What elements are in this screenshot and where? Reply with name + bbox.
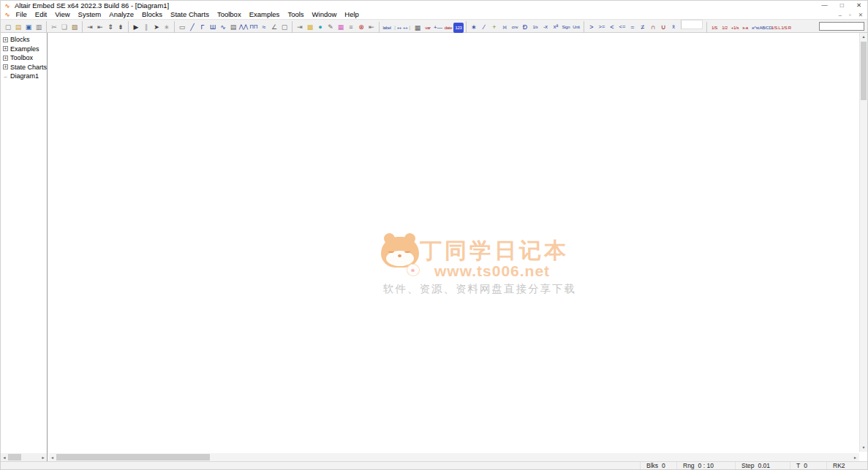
sidebar-item-state-charts[interactable]: +State Charts: [1, 63, 47, 72]
square-wave-block-button[interactable]: ПП: [249, 22, 259, 32]
sum-block-button[interactable]: +: [489, 22, 499, 32]
scrollbar-thumb[interactable]: [56, 454, 210, 460]
not-button[interactable]: x̄: [668, 22, 679, 32]
or-button[interactable]: ∪: [658, 22, 668, 32]
child-restore-button[interactable]: ▫: [849, 10, 851, 20]
scroll-left-icon[interactable]: ◄: [48, 455, 56, 460]
canvas-vertical-scrollbar[interactable]: ▲ ▼: [859, 33, 867, 452]
menu-file[interactable]: File: [12, 10, 31, 19]
dialog-table-button[interactable]: ▦: [412, 23, 423, 33]
scrollbar-track[interactable]: [56, 453, 851, 461]
scroll-up-icon[interactable]: ▲: [860, 33, 867, 41]
menu-toolbox[interactable]: Toolbox: [213, 10, 245, 19]
wire-node-button[interactable]: ●: [315, 22, 325, 32]
maximize-button[interactable]: □: [840, 1, 844, 10]
reciprocal-block-button[interactable]: 1/x: [530, 22, 540, 32]
scroll-down-icon[interactable]: ▼: [860, 444, 867, 452]
date-block-button[interactable]: date: [443, 23, 453, 33]
abs-block-button[interactable]: |x|: [499, 22, 510, 32]
magenta-display-button[interactable]: ▦: [336, 22, 346, 32]
const-block-button[interactable]: ▭: [177, 22, 187, 32]
edit-block-button[interactable]: ✎: [325, 22, 336, 32]
sidebar-item-examples[interactable]: +Examples: [1, 45, 47, 54]
menu-state-charts[interactable]: State Charts: [167, 10, 214, 19]
power-block-button[interactable]: xª: [551, 22, 561, 32]
new-button[interactable]: ▢: [3, 22, 13, 32]
close-button[interactable]: ✕: [856, 1, 861, 10]
menu-blocks[interactable]: Blocks: [138, 10, 167, 19]
child-minimize-button[interactable]: –: [839, 10, 842, 20]
state-space-block-button[interactable]: AB/CD: [761, 23, 771, 33]
divide-block-button[interactable]: ∕: [479, 22, 489, 32]
expand-plus-icon[interactable]: +: [3, 64, 8, 69]
and-button[interactable]: ∩: [648, 22, 658, 32]
expand-plus-icon[interactable]: +: [3, 56, 8, 61]
integrator-block-button[interactable]: 1/S: [709, 23, 720, 33]
menu-examples[interactable]: Examples: [245, 10, 284, 19]
sinusoid-block-button[interactable]: ∿: [218, 22, 228, 32]
lookup-table-block-button[interactable]: ▤: [228, 22, 238, 32]
limited-integrator-block-button[interactable]: 1/S L: [771, 23, 781, 33]
sidebar-horizontal-scrollbar[interactable]: ◄ ►: [1, 453, 47, 461]
stop-button[interactable]: ⊗: [356, 22, 366, 32]
greater-equal-button[interactable]: >=: [597, 22, 607, 32]
variable-block-button[interactable]: var: [423, 23, 433, 33]
open-button[interactable]: ▤: [13, 22, 23, 32]
menu-view[interactable]: View: [51, 10, 74, 19]
flip-vertical-button[interactable]: ⇤: [95, 22, 105, 32]
to-front-button[interactable]: ⇕: [105, 22, 116, 32]
flip-horizontal-button[interactable]: ⇥: [85, 22, 95, 32]
print-button[interactable]: ▥: [34, 22, 44, 32]
step-button[interactable]: ➤: [151, 22, 162, 32]
less-than-button[interactable]: <: [607, 22, 617, 32]
expand-plus-icon[interactable]: +: [3, 46, 8, 51]
scrollbar-thumb[interactable]: [861, 42, 867, 100]
scroll-right-icon[interactable]: ►: [39, 455, 47, 460]
scrollbar-track[interactable]: [8, 453, 39, 461]
paste-button[interactable]: ▨: [69, 22, 80, 32]
wire-positioner-button[interactable]: +—: [433, 23, 443, 33]
plot-block-button[interactable]: ∠: [269, 22, 279, 32]
pause-button[interactable]: ∥: [141, 22, 151, 32]
display-block-button[interactable]: ▢: [279, 22, 290, 32]
menu-help[interactable]: Help: [341, 10, 363, 19]
display-123-button[interactable]: 123: [453, 23, 464, 33]
list-button[interactable]: ≡: [346, 22, 356, 32]
sidebar-item-blocks[interactable]: +Blocks: [1, 35, 47, 45]
child-close-button[interactable]: ✕: [858, 10, 863, 20]
scroll-right-icon[interactable]: ►: [851, 455, 859, 460]
menu-tools[interactable]: Tools: [284, 10, 308, 19]
less-equal-button[interactable]: <=: [617, 22, 627, 32]
canvas-horizontal-scrollbar[interactable]: ◄ ►: [48, 453, 859, 461]
multiply-block-button[interactable]: ∗: [469, 22, 479, 32]
diagram-canvas[interactable]: 丁同学日记本 www.ts006.net 软件、资源、资料网盘直接分享下载: [48, 33, 859, 453]
transfer-function-block-button[interactable]: s-a: [740, 23, 750, 33]
save-button[interactable]: ▣: [23, 22, 34, 32]
greater-than-button[interactable]: >: [586, 22, 597, 32]
step-block-button[interactable]: Γ: [197, 22, 208, 32]
unit-delay-block-button[interactable]: Ð: [520, 22, 530, 32]
cut-button[interactable]: ✂: [49, 22, 59, 32]
label-block-button[interactable]: label: [382, 23, 392, 33]
convert-block-button[interactable]: cnv: [510, 22, 520, 32]
noise-block-button[interactable]: ≈: [259, 22, 269, 32]
expand-plus-icon[interactable]: +: [3, 37, 8, 42]
menu-system[interactable]: System: [74, 10, 105, 19]
summing-integrator-block-button[interactable]: +1/s: [730, 23, 740, 33]
sidebar-item-diagram1[interactable]: –Diagram1: [1, 72, 47, 81]
gain-block-button[interactable]: 1/2: [720, 23, 730, 33]
not-equal-button[interactable]: ≠: [638, 22, 648, 32]
equal-button[interactable]: =: [627, 22, 638, 32]
note-button[interactable]: ▩: [305, 22, 315, 32]
resettable-integrator-block-button[interactable]: 1/S R: [781, 23, 791, 33]
pulse-train-block-button[interactable]: Ш: [208, 22, 218, 32]
negate-block-button[interactable]: -x: [540, 22, 551, 32]
menu-edit[interactable]: Edit: [31, 10, 50, 19]
scroll-left-icon[interactable]: ◄: [1, 455, 8, 460]
sidebar-item-toolbox[interactable]: +Toolbox: [1, 53, 47, 63]
minimize-button[interactable]: —: [821, 1, 828, 10]
to-back-button[interactable]: ⇟: [116, 22, 126, 32]
play-button[interactable]: ▶: [131, 22, 141, 32]
compound-input-button[interactable]: ⇥: [295, 22, 305, 32]
menu-analyze[interactable]: Analyze: [105, 10, 138, 19]
